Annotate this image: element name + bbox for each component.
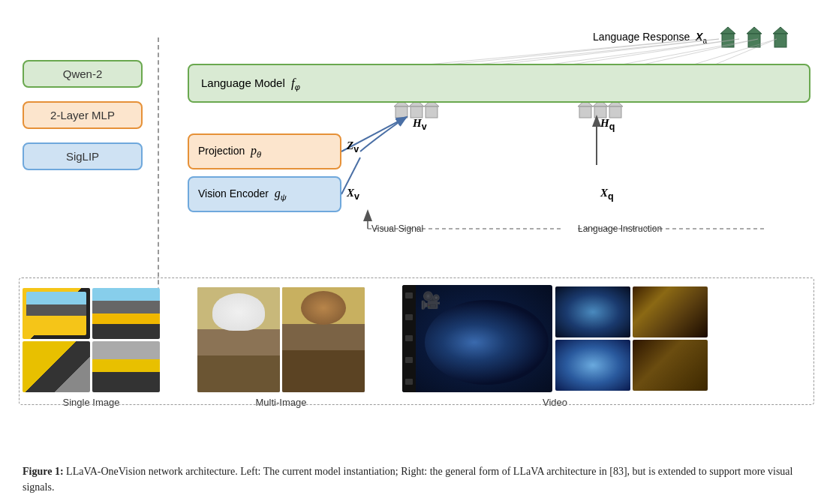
video-grid [555, 286, 708, 391]
multi-image-grid [197, 287, 365, 392]
vision-encoder-label: Vision Encoder gψ [198, 187, 287, 202]
lang-instruction-label: Language Instruction [578, 224, 662, 234]
svg-rect-23 [579, 106, 591, 118]
caption-text: LLaVA-OneVision network architecture. Le… [23, 466, 792, 493]
video-img-2 [633, 286, 708, 338]
multi-img-2 [282, 287, 365, 392]
video-img-1 [555, 286, 630, 338]
lang-model-box: Language Model fφ [188, 64, 810, 103]
video-label: Video [543, 397, 567, 408]
token-icons [713, 22, 803, 52]
single-image-label: Single Image [63, 397, 120, 408]
qwen-box: Qwen-2 [23, 60, 143, 88]
siglip-label: SigLIP [66, 150, 99, 163]
vision-encoder-box: Vision Encoder gψ [188, 176, 341, 212]
svg-rect-17 [395, 106, 407, 118]
left-legend: Qwen-2 2-Layer MLP SigLIP [23, 60, 143, 170]
single-img-1 [23, 288, 90, 339]
qwen-label: Qwen-2 [63, 68, 103, 80]
video-img-4 [633, 340, 708, 391]
lang-response-label: Language Response Xa [593, 31, 707, 45]
visual-signal-label: Visual Signal [371, 224, 423, 234]
xv-label: Xv [347, 186, 359, 202]
hv-label: Hv [413, 116, 427, 132]
single-img-4 [92, 341, 160, 392]
main-container: Qwen-2 2-Layer MLP SigLIP Language Respo… [0, 0, 833, 504]
lang-response-area: Language Response Xa [593, 22, 803, 52]
single-img-3 [23, 341, 90, 392]
single-image-grid [23, 288, 160, 392]
video-group: 🎥 Video [402, 285, 708, 408]
projection-box: Projection pθ [188, 134, 341, 170]
siglip-box: SigLIP [23, 142, 143, 170]
figure-caption: Figure 1: LLaVA-OneVision network archit… [23, 464, 810, 495]
multi-image-group: Multi-Image [197, 287, 365, 408]
zv-label: Zv [347, 139, 359, 154]
single-img-2 [92, 288, 160, 339]
figure-number: Figure 1: [23, 466, 64, 477]
svg-marker-2 [747, 27, 762, 34]
single-image-group: Single Image [23, 288, 160, 408]
mlp-box: 2-Layer MLP [23, 101, 143, 129]
video-main: 🎥 [402, 285, 552, 392]
svg-rect-3 [748, 34, 760, 47]
hq-label: Hq [600, 116, 615, 132]
xq-label: Xq [600, 186, 614, 202]
svg-marker-4 [773, 27, 788, 34]
svg-rect-21 [426, 106, 438, 118]
mlp-label: 2-Layer MLP [50, 109, 115, 122]
multi-image-label: Multi-Image [256, 397, 307, 408]
svg-rect-1 [722, 34, 734, 47]
projection-label: Projection pθ [198, 144, 261, 159]
video-container: 🎥 [402, 285, 708, 392]
multi-img-1 [197, 287, 280, 392]
svg-marker-0 [720, 27, 735, 34]
bottom-images: Single Image Multi-Image [23, 285, 810, 408]
video-img-3 [555, 340, 630, 391]
lang-model-label: Language Model fφ [201, 76, 300, 92]
svg-rect-5 [774, 34, 786, 47]
